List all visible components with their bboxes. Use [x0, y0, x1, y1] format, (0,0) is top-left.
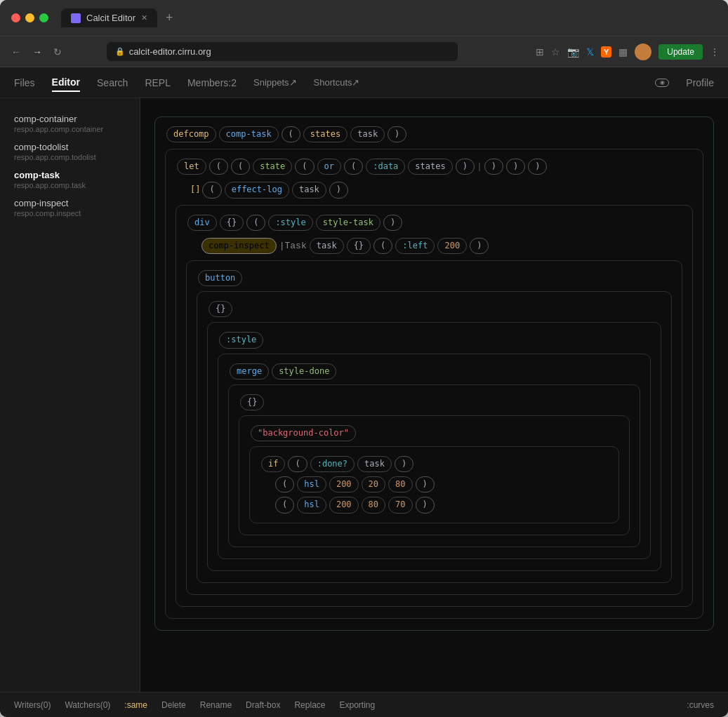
arr-bracket-token[interactable]: []: [190, 183, 200, 196]
paren-close: ): [388, 126, 406, 142]
rename-status[interactable]: Rename: [200, 700, 232, 710]
hsl1-n3[interactable]: 80: [388, 476, 412, 492]
app-nav: Files Editor Search REPL Members:2 Snipp…: [0, 67, 728, 98]
defcomp-token[interactable]: defcomp: [166, 126, 216, 142]
hsl2-paren-close: ): [416, 497, 435, 513]
tab-close-icon[interactable]: ✕: [141, 13, 147, 22]
button-token[interactable]: button: [198, 270, 242, 286]
writers-status[interactable]: Writers(0): [14, 700, 51, 710]
hsl1-n1[interactable]: 200: [329, 476, 359, 492]
let-row: let ( ( state ( or ( :data states ) | ): [176, 158, 693, 175]
menu-icon[interactable]: ▦: [618, 46, 628, 58]
comp-inspect-token[interactable]: comp-inspect: [201, 238, 277, 254]
if-token[interactable]: if: [261, 456, 285, 472]
task4-token[interactable]: task: [310, 238, 344, 254]
replace-status[interactable]: Replace: [294, 700, 325, 710]
tab-grid-icon[interactable]: ⊞: [536, 46, 544, 58]
delete-status[interactable]: Delete: [161, 700, 186, 710]
if-section: if ( :done? task ): [249, 446, 619, 523]
maximize-button[interactable]: [39, 13, 48, 22]
sidebar-item-path-active: respo.app.comp.task: [14, 181, 126, 189]
task5-token[interactable]: task: [357, 456, 392, 472]
left-kw-token[interactable]: :left: [395, 238, 435, 254]
div-token[interactable]: div: [187, 215, 217, 231]
nav-search[interactable]: Search: [97, 74, 128, 91]
merge-token[interactable]: merge: [230, 363, 269, 380]
hsl1-token[interactable]: hsl: [297, 476, 326, 492]
hn-icon[interactable]: Y: [601, 46, 611, 58]
editor-area[interactable]: defcomp comp-task ( states task ) let ( …: [140, 98, 728, 692]
left-val-token[interactable]: 200: [437, 238, 467, 254]
states-token2[interactable]: states: [408, 159, 452, 175]
browser-profile-avatar[interactable]: [635, 43, 651, 60]
if-row: if ( :done? task ): [260, 455, 609, 473]
btn-braces[interactable]: {}: [209, 301, 232, 317]
sidebar-item-comp-container[interactable]: comp-container respo.app.comp.container: [0, 109, 140, 138]
button-block: button {} :style: [186, 260, 682, 595]
let-token[interactable]: let: [177, 159, 206, 175]
nav-files[interactable]: Files: [14, 74, 35, 91]
same-status[interactable]: :same: [124, 700, 147, 710]
style-kw-token[interactable]: :style: [268, 215, 312, 231]
sidebar-item-comp-task[interactable]: comp-task respo.app.comp.task: [0, 166, 140, 194]
browser-tab[interactable]: Calcit Editor ✕: [61, 8, 157, 27]
more-options-icon[interactable]: ⋮: [710, 46, 720, 58]
paren9: ): [528, 159, 547, 175]
camera-icon[interactable]: 📷: [567, 46, 579, 58]
state-token[interactable]: state: [253, 159, 292, 175]
hsl2-n2[interactable]: 80: [362, 497, 385, 513]
sidebar-item-comp-todolist[interactable]: comp-todolist respo.app.comp.todolist: [0, 138, 140, 166]
nav-members[interactable]: Members:2: [187, 74, 237, 91]
states-token[interactable]: states: [303, 126, 348, 142]
div-paren: (: [246, 215, 265, 231]
nav-shortcuts[interactable]: Shortcuts↗: [314, 77, 360, 88]
div-braces[interactable]: {}: [220, 215, 244, 231]
or-token[interactable]: or: [317, 159, 341, 175]
exporting-status[interactable]: Exporting: [339, 700, 375, 710]
inspect-braces[interactable]: {}: [347, 238, 371, 254]
style-task-token[interactable]: style-task: [316, 215, 380, 231]
done-kw-token[interactable]: :done?: [310, 456, 355, 472]
minimize-button[interactable]: [25, 13, 34, 22]
close-button[interactable]: [11, 13, 20, 22]
div-paren-close: ): [383, 215, 402, 231]
hsl2-n3[interactable]: 70: [388, 497, 412, 513]
nav-repl[interactable]: REPL: [145, 74, 171, 91]
div-row: div {} ( :style style-task ): [186, 214, 682, 232]
comp-task-token[interactable]: comp-task: [219, 126, 279, 142]
new-tab-button[interactable]: +: [160, 11, 179, 25]
url-bar[interactable]: 🔒 calcit-editor.cirru.org: [107, 42, 458, 61]
sidebar-item-path: respo.app.comp.container: [14, 125, 126, 133]
nav-snippets[interactable]: Snippets↗: [253, 77, 297, 88]
sidebar-item-comp-inspect[interactable]: comp-inspect respo.comp.inspect: [0, 194, 140, 222]
data-token[interactable]: :data: [366, 159, 405, 175]
twitter-icon[interactable]: 𝕏: [586, 46, 594, 58]
hsl2-token[interactable]: hsl: [297, 497, 326, 513]
browser-window: Calcit Editor ✕ + ← → ↻ 🔒 calcit-editor.…: [0, 0, 728, 717]
effect-log-token[interactable]: effect-log: [225, 182, 289, 198]
nav-profile[interactable]: Profile: [686, 74, 714, 91]
pipe-task-label: |Task: [279, 241, 307, 251]
star-icon[interactable]: ☆: [551, 46, 560, 58]
hsl1-n2[interactable]: 20: [362, 476, 385, 492]
watchers-status[interactable]: Watchers(0): [65, 700, 110, 710]
task-token[interactable]: task: [350, 126, 385, 142]
button-row: button: [197, 269, 672, 287]
live-dot-icon: ◉: [655, 79, 669, 87]
update-button[interactable]: Update: [658, 44, 703, 60]
style-done-token[interactable]: style-done: [272, 363, 336, 380]
task3-token[interactable]: task: [292, 182, 326, 198]
refresh-button[interactable]: ↻: [51, 43, 65, 60]
back-button[interactable]: ←: [8, 43, 24, 60]
if-paren: (: [288, 456, 307, 472]
forward-button[interactable]: →: [29, 43, 45, 60]
braces4-token[interactable]: {}: [240, 394, 264, 410]
tab-favicon-icon: [71, 13, 81, 23]
nav-editor[interactable]: Editor: [52, 74, 80, 92]
style-kw2-token[interactable]: :style: [219, 332, 263, 348]
eff-paren-close: ): [329, 182, 348, 198]
sidebar-item-name: comp-container: [14, 114, 126, 124]
draft-box-status[interactable]: Draft-box: [246, 700, 280, 710]
hsl2-n1[interactable]: 200: [329, 497, 359, 513]
bg-color-token[interactable]: "background-color": [251, 425, 356, 441]
